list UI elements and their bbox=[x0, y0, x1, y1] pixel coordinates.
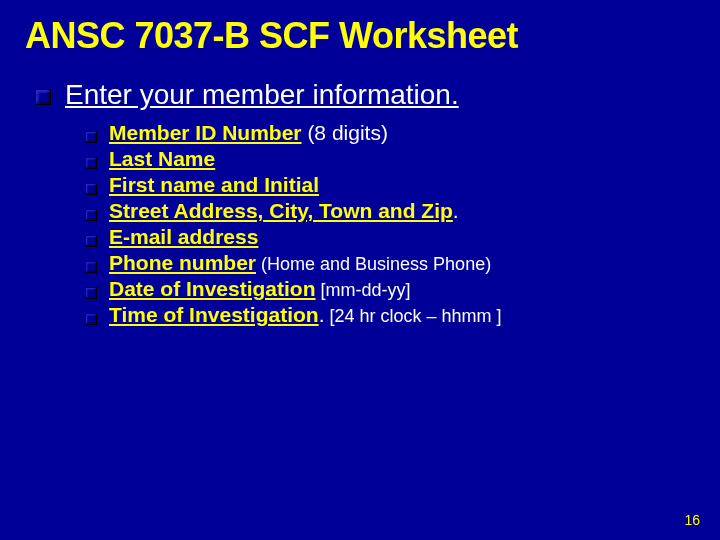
field-note: (Home and Business Phone) bbox=[256, 254, 491, 274]
item-text: First name and Initial bbox=[109, 173, 319, 197]
bullet-square-icon bbox=[85, 157, 97, 169]
bullet-square-icon bbox=[85, 209, 97, 221]
list-item: Phone number (Home and Business Phone) bbox=[85, 251, 720, 275]
field-note: (8 digits) bbox=[302, 121, 388, 144]
heading-text: Enter your member information. bbox=[65, 79, 459, 111]
list-item: Street Address, City, Town and Zip. bbox=[85, 199, 720, 223]
slide-title: ANSC 7037-B SCF Worksheet bbox=[0, 0, 720, 57]
slide: ANSC 7037-B SCF Worksheet Enter your mem… bbox=[0, 0, 720, 540]
field-label: Last Name bbox=[109, 147, 215, 170]
list-item: Member ID Number (8 digits) bbox=[85, 121, 720, 145]
page-number: 16 bbox=[684, 512, 700, 528]
field-note: [mm-dd-yy] bbox=[316, 280, 411, 300]
level2-list: Member ID Number (8 digits)Last NameFirs… bbox=[85, 121, 720, 327]
item-text: Member ID Number (8 digits) bbox=[109, 121, 388, 145]
period: . bbox=[453, 199, 459, 222]
list-item: Time of Investigation. [24 hr clock – hh… bbox=[85, 303, 720, 327]
bullet-square-icon bbox=[85, 183, 97, 195]
bullet-square-icon bbox=[85, 313, 97, 325]
bullet-square-icon bbox=[35, 89, 51, 105]
item-text: Last Name bbox=[109, 147, 215, 171]
bullet-square-icon bbox=[85, 287, 97, 299]
field-label: First name and Initial bbox=[109, 173, 319, 196]
list-item: Enter your member information. bbox=[35, 79, 720, 111]
bullet-square-icon bbox=[85, 261, 97, 273]
field-label: Phone number bbox=[109, 251, 256, 274]
level1-list: Enter your member information. bbox=[35, 79, 720, 111]
field-label: Time of Investigation bbox=[109, 303, 319, 326]
field-label: E-mail address bbox=[109, 225, 258, 248]
list-item: Last Name bbox=[85, 147, 720, 171]
item-text: Date of Investigation [mm-dd-yy] bbox=[109, 277, 411, 301]
field-note: [24 hr clock – hhmm ] bbox=[325, 306, 502, 326]
bullet-square-icon bbox=[85, 235, 97, 247]
list-item: E-mail address bbox=[85, 225, 720, 249]
item-text: Street Address, City, Town and Zip. bbox=[109, 199, 459, 223]
list-item: First name and Initial bbox=[85, 173, 720, 197]
item-text: E-mail address bbox=[109, 225, 258, 249]
item-text: Phone number (Home and Business Phone) bbox=[109, 251, 491, 275]
field-label: Member ID Number bbox=[109, 121, 302, 144]
field-label: Street Address, City, Town and Zip bbox=[109, 199, 453, 222]
item-text: Time of Investigation. [24 hr clock – hh… bbox=[109, 303, 502, 327]
field-label: Date of Investigation bbox=[109, 277, 316, 300]
list-item: Date of Investigation [mm-dd-yy] bbox=[85, 277, 720, 301]
bullet-square-icon bbox=[85, 131, 97, 143]
